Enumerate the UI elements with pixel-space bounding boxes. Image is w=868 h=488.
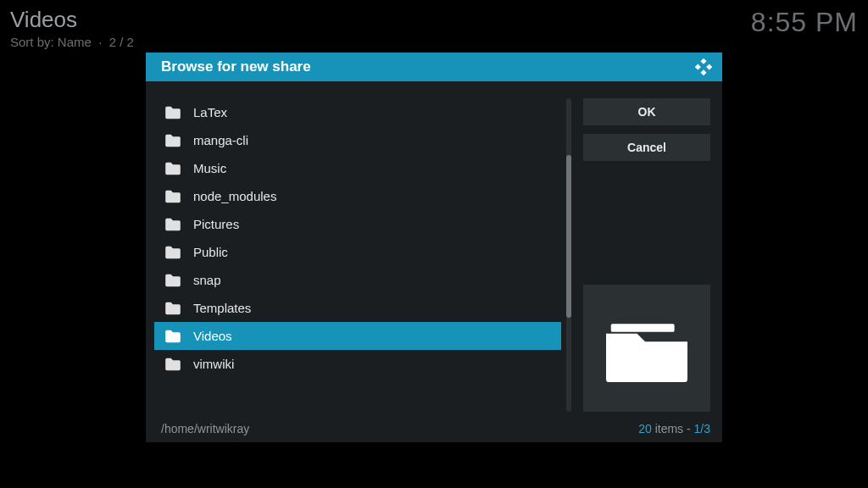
folder-name: manga-cli [193,133,248,147]
folder-name: Templates [193,301,251,315]
folder-icon [164,162,181,175]
folder-large-icon [606,314,687,382]
svg-rect-1 [695,64,701,69]
kodi-logo-icon [695,58,712,75]
file-pane: LaTexmanga-cliMusicnode_modulesPicturesP… [154,98,571,412]
folder-name: vimwiki [193,357,234,371]
folder-name: LaTex [193,105,227,119]
folder-icon [164,358,181,371]
dialog-side-pane: OK Cancel [583,98,710,412]
folder-name: Pictures [193,217,239,231]
list-item[interactable]: manga-cli [154,126,561,154]
page-fraction: 1/3 [694,422,710,435]
folder-icon [164,274,181,287]
folder-icon [164,330,181,343]
items-word: items [655,422,683,435]
list-item[interactable]: Templates [154,294,561,322]
folder-icon [164,218,181,231]
page-indicator: 2 / 2 [109,35,134,49]
folder-icon [164,302,181,315]
list-item[interactable]: LaTex [154,98,561,126]
list-item[interactable]: node_modules [154,182,561,210]
folder-icon [164,106,181,119]
file-list[interactable]: LaTexmanga-cliMusicnode_modulesPicturesP… [154,98,561,412]
list-item[interactable]: Videos [154,322,561,350]
item-count-number: 20 [638,422,652,435]
dialog-body: LaTexmanga-cliMusicnode_modulesPicturesP… [146,81,722,417]
sort-and-page: Sort by: Name · 2 / 2 [10,35,134,49]
folder-icon [164,190,181,203]
dash: - [683,422,693,435]
folder-name: node_modules [193,189,276,203]
item-count: 20 items - 1/3 [638,422,710,435]
dialog-titlebar: Browse for new share [146,53,722,81]
folder-icon [164,246,181,259]
page-title: Videos [10,7,134,33]
svg-rect-2 [706,64,712,69]
separator: · [95,35,109,49]
sort-label: Sort by: Name [10,35,92,49]
folder-name: Public [193,245,228,259]
list-item[interactable]: Public [154,238,561,266]
cancel-button[interactable]: Cancel [583,134,710,161]
folder-preview [583,285,710,412]
browse-share-dialog: Browse for new share LaTexmanga-cliMusic… [146,53,722,442]
folder-name: snap [193,273,221,287]
clock: 8:55 PM [751,7,858,38]
scrollbar[interactable] [566,98,571,412]
list-item[interactable]: vimwiki [154,350,561,378]
list-item[interactable]: snap [154,266,561,294]
list-item[interactable]: Music [154,154,561,182]
svg-rect-4 [611,324,675,332]
scrollbar-thumb[interactable] [566,155,571,318]
svg-rect-0 [700,58,706,64]
list-item[interactable]: Pictures [154,210,561,238]
dialog-title: Browse for new share [161,58,311,75]
folder-name: Videos [193,329,232,343]
ok-button[interactable]: OK [583,98,710,125]
current-path: /home/writwikray [161,422,249,435]
dialog-statusbar: /home/writwikray 20 items - 1/3 [146,417,722,442]
svg-rect-3 [700,69,706,75]
folder-name: Music [193,161,226,175]
background-header: Videos Sort by: Name · 2 / 2 8:55 PM [10,7,858,49]
folder-icon [164,134,181,147]
